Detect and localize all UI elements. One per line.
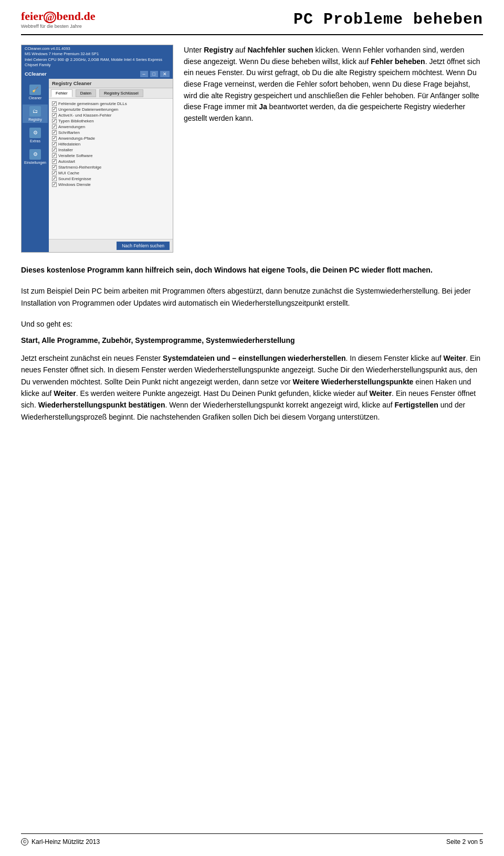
footer-page-info: Seite 2 von 5	[446, 838, 483, 845]
checkbox-mui-cache[interactable]	[52, 171, 57, 175]
sidebar-label-registry: Registry	[28, 118, 42, 121]
registry-checklist: Fehlende gemeinsam genutzte DLLs Ungenut…	[52, 101, 170, 187]
section-kostenlos: Dieses kostenlose Programm kann hilfreic…	[21, 264, 483, 276]
check-installer: Installer	[52, 147, 170, 153]
check-type-libs: Typen Bibliotheken	[52, 118, 170, 124]
checkbox-type-libs[interactable]	[52, 119, 57, 123]
checkbox-old-software[interactable]	[52, 153, 57, 158]
check-old-software: Veraltete Software	[52, 153, 170, 159]
ccleaner-screenshot: CCleaner.com v4.01.4093 MS Windows 7 Hom…	[21, 45, 173, 253]
check-app-paths: Anwendungs-Pfade	[52, 135, 170, 141]
close-button[interactable]: ✕	[160, 71, 170, 77]
cc-footer: Nach Fehlern suchen	[49, 239, 173, 252]
checkbox-sound[interactable]	[52, 176, 57, 181]
checkbox-help-files[interactable]	[52, 142, 57, 147]
section1-text: Dieses kostenlose Programm kann hilfreic…	[21, 264, 483, 276]
checkbox-activex[interactable]	[52, 113, 57, 118]
steps-detail: Jetzt erscheint zunächst ein neues Fenst…	[21, 352, 483, 423]
footer-copyright: Karl-Heinz Mützlitz 2013	[32, 838, 100, 845]
steps-header: Und so geht es:	[21, 318, 483, 330]
section2-text: Ist zum Beispiel Dein PC beim arbeiten m…	[21, 285, 483, 309]
scan-button[interactable]: Nach Fehlern suchen	[117, 242, 170, 250]
checkbox-autostart[interactable]	[52, 159, 57, 164]
top-paragraph: Unter Registry auf Nachfehler suchen kli…	[184, 45, 483, 124]
logo-subtitle: Webtreff für die besten Jahre	[21, 24, 95, 29]
top-section: CCleaner.com v4.01.4093 MS Windows 7 Hom…	[21, 45, 483, 253]
sidebar-label-settings: Einstellungen	[24, 161, 46, 164]
minimize-button[interactable]: –	[140, 71, 148, 77]
cc-app-info1: MS Windows 7 Home Premium 32-bit SP1	[25, 51, 170, 57]
sidebar-label-extras: Extras	[30, 139, 40, 143]
check-autostart: Autostart	[52, 159, 170, 164]
tab-daten[interactable]: Daten	[76, 89, 96, 97]
check-startmenu: Startmenü-Reihenfolge	[52, 164, 170, 170]
cc-app-info2: Intel Celeron CPU 900 @ 2.20GHz, 2,0GB R…	[25, 57, 170, 68]
cc-title-label: CCleaner	[25, 71, 47, 77]
footer-copyright-area: © Karl-Heinz Mützlitz 2013	[21, 838, 100, 845]
page-footer: © Karl-Heinz Mützlitz 2013 Seite 2 von 5	[21, 833, 483, 845]
check-apps: Anwendungen	[52, 124, 170, 130]
check-file-ext: Ungenutztle Dateierweiterungen	[52, 107, 170, 112]
check-help-files: Hilfedateien	[52, 141, 170, 147]
cc-window-controls[interactable]: – □ ✕	[140, 71, 170, 77]
checkbox-apps[interactable]	[52, 124, 57, 129]
section-systemwiederherstellung: Ist zum Beispiel Dein PC beim arbeiten m…	[21, 285, 483, 309]
tab-registry-schluessel[interactable]: Registry Schlüssel	[99, 89, 143, 97]
registry-icon: 🗂	[29, 106, 41, 117]
logo-area: feier@bend.de Webtreff für die besten Ja…	[21, 11, 95, 29]
extras-icon: ⚙	[29, 128, 41, 138]
page-title: PC Probleme beheben	[293, 11, 483, 28]
cc-section-title: Registry Cleaner	[49, 79, 173, 88]
section-steps: Und so geht es: Start, Alle Programme, Z…	[21, 318, 483, 423]
check-sound: Sound Ereignisse	[52, 176, 170, 182]
cleaner-icon: 🧹	[29, 85, 41, 95]
cc-main-area: Registry Cleaner Fehler Daten Registry S…	[49, 79, 173, 252]
checkbox-app-paths[interactable]	[52, 136, 57, 141]
cc-body: 🧹 Cleaner 🗂 Registry ⚙ Extras ⚙ Einstell…	[22, 79, 173, 252]
sidebar-label-cleaner: Cleaner	[29, 96, 42, 100]
maximize-button[interactable]: □	[150, 71, 158, 77]
cc-checklist-area: Fehlende gemeinsam genutzte DLLs Ungenut…	[49, 99, 173, 239]
checkbox-shared-dlls[interactable]	[52, 101, 57, 106]
checkbox-startmenu[interactable]	[52, 165, 57, 170]
check-activex: ActiveX- und Klassen-Fehler	[52, 112, 170, 118]
cc-sidebar: 🧹 Cleaner 🗂 Registry ⚙ Extras ⚙ Einstell…	[22, 79, 49, 252]
top-text-area: Unter Registry auf Nachfehler suchen kli…	[184, 45, 483, 253]
logo-text: feier@bend.de	[21, 11, 95, 23]
cc-app-info: CCleaner.com v4.01.4093 MS Windows 7 Hom…	[22, 45, 173, 69]
page-header: feier@bend.de Webtreff für die besten Ja…	[21, 11, 483, 35]
check-win-services: Windows Dienste	[52, 182, 170, 187]
at-symbol: @	[44, 12, 57, 23]
copyright-icon: ©	[21, 838, 28, 845]
sidebar-item-cleaner[interactable]: 🧹 Cleaner	[23, 83, 48, 101]
sidebar-item-settings[interactable]: ⚙ Einstellungen	[23, 148, 48, 166]
checkbox-installer[interactable]	[52, 148, 57, 152]
check-shared-dlls: Fehlende gemeinsam genutzte DLLs	[52, 101, 170, 107]
checkbox-fonts[interactable]	[52, 130, 57, 135]
cc-titlebar: CCleaner – □ ✕	[22, 69, 173, 79]
check-mui-cache: MUI Cache	[52, 170, 170, 176]
cc-app-name: CCleaner.com v4.01.4093	[25, 46, 170, 52]
sidebar-item-registry[interactable]: 🗂 Registry	[23, 105, 48, 123]
cc-toolbar: Fehler Daten Registry Schlüssel	[49, 88, 173, 99]
checkbox-win-services[interactable]	[52, 182, 57, 187]
steps-path: Start, Alle Programme, Zubehör, Systempr…	[21, 335, 483, 346]
sidebar-item-extras[interactable]: ⚙ Extras	[23, 126, 48, 144]
tab-fehler[interactable]: Fehler	[51, 89, 72, 97]
check-fonts: Schriftarten	[52, 130, 170, 135]
settings-icon: ⚙	[29, 149, 41, 160]
checkbox-file-ext[interactable]	[52, 107, 57, 112]
